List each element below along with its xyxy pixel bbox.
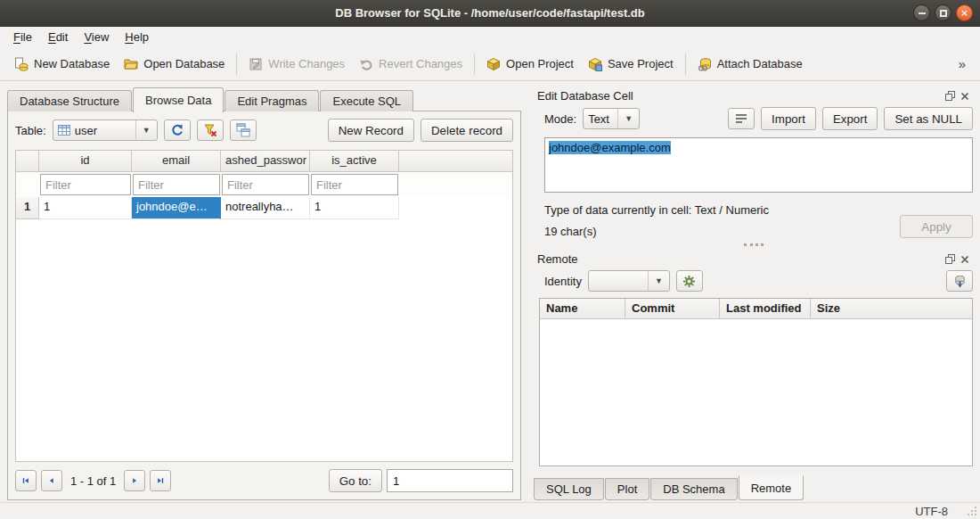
menu-item-file[interactable]: File	[5, 28, 40, 46]
titlebar[interactable]: DB Browser for SQLite - /home/user/code/…	[0, 0, 980, 27]
tab-execute-sql[interactable]: Execute SQL	[320, 90, 413, 111]
tab-browse-data[interactable]: Browse Data	[133, 87, 224, 112]
right-pane: Edit Database Cell Mode: Text ▼ Import E…	[534, 87, 973, 500]
delete-record-button[interactable]: Delete record	[421, 119, 513, 142]
filter-input-email[interactable]	[133, 174, 220, 195]
refresh-button[interactable]	[164, 119, 191, 141]
tab-edit-pragmas[interactable]: Edit Pragmas	[225, 90, 319, 111]
next-record-button[interactable]	[124, 470, 145, 491]
maximize-button[interactable]	[935, 4, 951, 21]
apply-area: Apply	[900, 203, 973, 238]
mode-select[interactable]: Text ▼	[583, 108, 640, 129]
remote-column-size[interactable]: Size	[811, 299, 972, 318]
remote-column-last-modified[interactable]: Last modified	[720, 299, 811, 318]
goto-input[interactable]	[387, 469, 513, 492]
column-header-hashed-password[interactable]: ashed_passwor	[221, 151, 310, 172]
close-dock-button[interactable]	[959, 253, 971, 266]
open-project-icon	[486, 57, 501, 71]
new-database-button[interactable]: New Database	[7, 52, 117, 77]
main-tabbar: Database Structure Browse Data Edit Prag…	[7, 87, 521, 111]
identity-select[interactable]: ▼	[588, 270, 670, 292]
remote-column-commit[interactable]: Commit	[625, 299, 720, 318]
cell-email-selected[interactable]: johndoe@e…	[132, 197, 221, 219]
new-record-button[interactable]: New Record	[328, 119, 414, 142]
goto-button[interactable]: Go to:	[329, 469, 382, 492]
open-database-button[interactable]: Open Database	[117, 52, 232, 77]
table-label: Table:	[15, 124, 46, 137]
write-changes-label: Write Changes	[268, 57, 345, 70]
edit-cell-toolbar: Mode: Text ▼ Import Export Set as NULL	[544, 107, 973, 130]
float-dock-button[interactable]	[943, 90, 956, 103]
window-controls: ×	[913, 4, 973, 21]
resize-grip-icon[interactable]	[967, 506, 977, 516]
word-wrap-button[interactable]	[728, 108, 755, 129]
previous-record-button[interactable]	[41, 470, 62, 491]
attach-database-button[interactable]: Attach Database	[690, 52, 810, 77]
open-project-label: Open Project	[506, 57, 574, 70]
toolbar-separator	[685, 54, 686, 75]
word-wrap-icon	[735, 113, 747, 124]
open-project-button[interactable]: Open Project	[479, 52, 581, 77]
cell-hashed-password[interactable]: notreallyha…	[221, 197, 310, 219]
app-window: DB Browser for SQLite - /home/user/code/…	[0, 0, 980, 519]
identity-label: Identity	[544, 275, 582, 288]
chevron-down-icon: ▼	[135, 120, 152, 140]
toolbar-overflow-button[interactable]: »	[951, 53, 973, 75]
tab-sql-log[interactable]: SQL Log	[534, 478, 604, 500]
cell-editor[interactable]: johndoe@example.com	[544, 137, 973, 193]
grid-corner	[16, 151, 39, 172]
menu-item-help[interactable]: Help	[117, 28, 157, 46]
remote-column-name[interactable]: Name	[540, 299, 625, 318]
open-database-icon	[124, 57, 138, 71]
tab-plot[interactable]: Plot	[605, 478, 649, 500]
cell-id[interactable]: 1	[39, 197, 132, 219]
minimize-button[interactable]	[913, 4, 930, 21]
grid-header-filler	[399, 151, 512, 172]
close-icon: ×	[961, 7, 968, 19]
export-button[interactable]: Export	[822, 107, 878, 130]
menu-item-view[interactable]: View	[76, 28, 117, 46]
dock-buttons	[943, 90, 971, 103]
clear-filters-button[interactable]	[197, 119, 224, 141]
remote-dock-header: Remote	[534, 251, 973, 268]
remote-table: Name Commit Last modified Size	[539, 298, 973, 466]
table-select[interactable]: user ▼	[53, 119, 158, 141]
set-as-null-button[interactable]: Set as NULL	[884, 107, 973, 130]
float-dock-button[interactable]	[943, 253, 956, 266]
filter-input-id[interactable]	[40, 174, 131, 195]
filter-input-hashed-password[interactable]	[222, 174, 309, 195]
identity-settings-button[interactable]	[676, 270, 703, 292]
data-grid: id email ashed_passwor is_active	[15, 150, 513, 462]
close-button[interactable]: ×	[956, 4, 973, 21]
save-table-button[interactable]	[230, 119, 257, 141]
dock-splitter[interactable]	[534, 238, 973, 251]
clone-database-button[interactable]	[946, 270, 973, 292]
cell-type-info: Type of data currently in cell: Text / N…	[544, 203, 769, 217]
column-header-id[interactable]: id	[39, 151, 132, 172]
row-number[interactable]: 1	[16, 197, 39, 219]
grid-filter-row	[16, 172, 512, 197]
save-project-button[interactable]: Save Project	[581, 52, 681, 77]
menu-item-edit[interactable]: Edit	[40, 28, 76, 46]
close-dock-button[interactable]	[959, 90, 971, 103]
tab-db-schema[interactable]: DB Schema	[650, 478, 737, 500]
column-header-email[interactable]: email	[132, 151, 221, 172]
column-header-is-active[interactable]: is_active	[310, 151, 399, 172]
first-record-button[interactable]	[15, 470, 37, 491]
grid-header-row: id email ashed_passwor is_active	[16, 151, 512, 172]
edit-cell-title: Edit Database Cell	[537, 89, 633, 103]
clear-filters-icon	[203, 123, 217, 137]
import-button[interactable]: Import	[761, 107, 816, 130]
new-database-icon	[14, 57, 29, 71]
dock-buttons	[943, 253, 971, 266]
cell-is-active[interactable]: 1	[310, 197, 399, 219]
table-icon	[58, 125, 70, 136]
grid-empty-area	[16, 219, 512, 461]
filter-input-is-active[interactable]	[311, 174, 398, 195]
refresh-icon	[170, 123, 184, 137]
close-dock-icon	[960, 255, 969, 264]
tab-database-structure[interactable]: Database Structure	[7, 90, 132, 111]
remote-table-header: Name Commit Last modified Size	[540, 299, 972, 319]
last-record-button[interactable]	[150, 470, 171, 491]
tab-remote[interactable]: Remote	[739, 475, 804, 500]
